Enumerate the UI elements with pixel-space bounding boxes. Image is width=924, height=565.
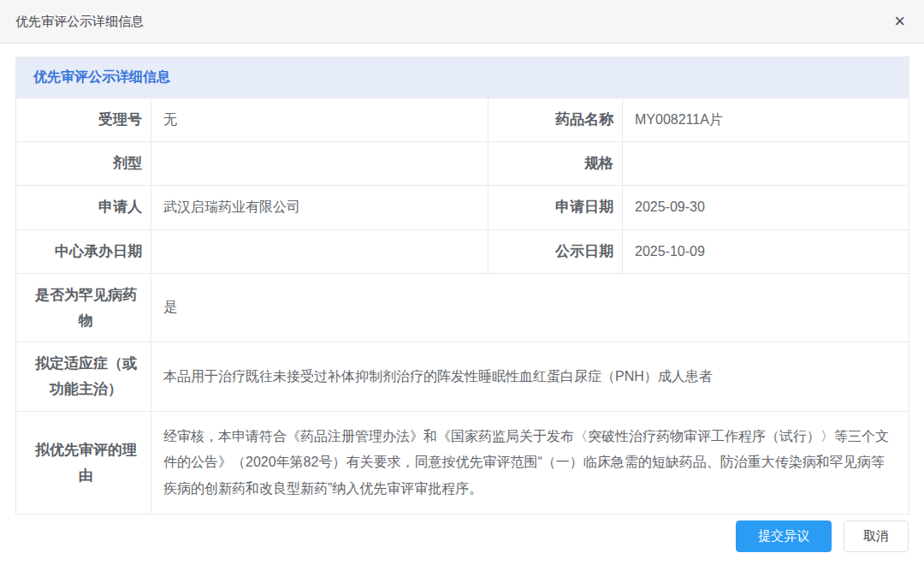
section-header: 优先审评公示详细信息 <box>16 57 909 98</box>
table-row: 是否为罕见病药物 是 <box>16 273 909 342</box>
field-label: 拟定适应症（或功能主治） <box>16 342 151 412</box>
field-value: 无 <box>151 98 489 142</box>
field-label: 公示日期 <box>489 229 623 273</box>
field-label: 拟优先审评的理由 <box>16 411 151 514</box>
section-header-row: 优先审评公示详细信息 <box>16 57 909 98</box>
table-row: 拟定适应症（或功能主治） 本品用于治疗既往未接受过补体抑制剂治疗的阵发性睡眠性血… <box>16 342 909 412</box>
table-row: 受理号 无 药品名称 MY008211A片 <box>16 98 909 142</box>
field-value <box>623 142 909 186</box>
field-value: MY008211A片 <box>623 98 909 142</box>
field-value: 2025-09-30 <box>623 186 909 229</box>
detail-table: 优先审评公示详细信息 受理号 无 药品名称 MY008211A片 剂型 规格 申… <box>15 56 909 514</box>
cancel-button[interactable]: 取消 <box>844 520 909 552</box>
field-label-text: 中心承办日期 <box>55 239 142 265</box>
field-label: 药品名称 <box>489 98 623 142</box>
close-icon[interactable]: × <box>894 12 905 31</box>
field-value: 经审核，本申请符合《药品注册管理办法》和《国家药监局关于发布〈突破性治疗药物审评… <box>151 411 909 514</box>
field-label-text: 受理号 <box>98 107 142 133</box>
field-value: 本品用于治疗既往未接受过补体抑制剂治疗的阵发性睡眠性血红蛋白尿症（PNH）成人患… <box>151 342 909 412</box>
field-label-text: 公示日期 <box>555 239 613 265</box>
table-row: 中心承办日期 公示日期 2025-10-09 <box>16 229 909 273</box>
field-label: 中心承办日期 <box>16 229 151 273</box>
field-label-text: 拟定适应症（或功能主治） <box>30 351 142 402</box>
field-label-text: 剂型 <box>113 151 142 176</box>
table-row: 申请人 武汉启瑞药业有限公司 申请日期 2025-09-30 <box>16 186 909 229</box>
field-value: 是 <box>151 273 909 342</box>
field-label: 申请日期 <box>489 186 623 229</box>
modal-body: 优先审评公示详细信息 受理号 无 药品名称 MY008211A片 剂型 规格 申… <box>0 44 924 514</box>
field-value <box>151 229 489 273</box>
field-label: 是否为罕见病药物 <box>16 273 151 342</box>
table-row: 拟优先审评的理由 经审核，本申请符合《药品注册管理办法》和《国家药监局关于发布〈… <box>16 411 909 514</box>
field-value: 2025-10-09 <box>623 229 909 273</box>
field-label-text: 规格 <box>584 151 613 176</box>
field-label-text: 是否为罕见病药物 <box>30 282 142 334</box>
field-label: 申请人 <box>16 186 151 229</box>
field-value: 武汉启瑞药业有限公司 <box>151 186 489 229</box>
modal-footer: 提交异议 取消 <box>736 520 909 552</box>
field-label: 规格 <box>489 142 623 186</box>
modal-title: 优先审评公示详细信息 <box>15 14 144 30</box>
field-label-text: 药品名称 <box>555 107 613 133</box>
field-label-text: 拟优先审评的理由 <box>30 437 142 489</box>
table-row: 剂型 规格 <box>16 142 909 186</box>
field-label-text: 申请人 <box>98 194 142 220</box>
field-label-text: 申请日期 <box>555 194 613 220</box>
submit-objection-button[interactable]: 提交异议 <box>736 520 832 552</box>
field-label: 受理号 <box>16 98 151 142</box>
modal-title-bar: 优先审评公示详细信息 × <box>0 0 924 44</box>
field-value <box>151 142 489 186</box>
field-label: 剂型 <box>16 142 151 186</box>
